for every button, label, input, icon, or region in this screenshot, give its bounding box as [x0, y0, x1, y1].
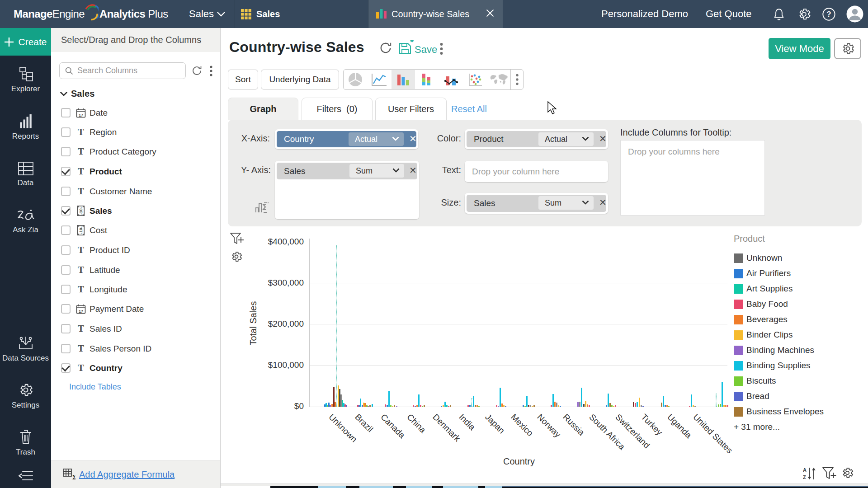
- svg-text:A: A: [803, 467, 807, 473]
- svg-text:?: ?: [826, 10, 831, 19]
- svg-text:-10-: -10-: [78, 226, 83, 234]
- svg-text:*: *: [410, 40, 414, 47]
- svg-text:-10-: -10-: [78, 207, 83, 215]
- svg-text:Z: Z: [803, 474, 806, 480]
- svg-text:Σ: Σ: [72, 474, 75, 480]
- svg-text:17: 17: [79, 309, 83, 314]
- svg-text:17: 17: [79, 113, 83, 117]
